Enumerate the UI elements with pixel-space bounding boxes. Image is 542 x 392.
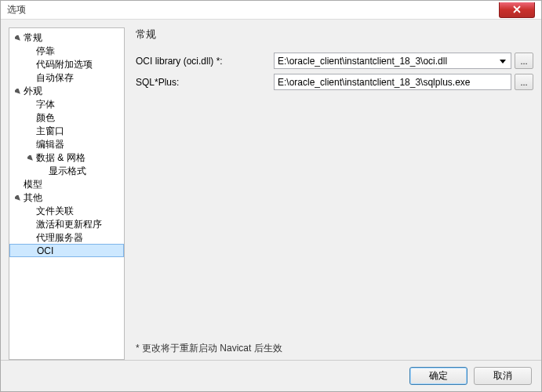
content-panel: 常规 OCI library (oci.dll) *: E:\oracle_cl… [133, 27, 533, 360]
form-row-sqlplus: SQL*Plus: E:\oracle_client\instantclient… [133, 74, 533, 90]
tree-item[interactable]: OCI [9, 244, 124, 257]
tree-item-label: 字体 [36, 98, 55, 111]
tree-item[interactable]: 代理服务器 [9, 231, 124, 245]
sqlplus-browse-button[interactable]: ... [515, 74, 533, 90]
tree-item[interactable]: 自动保存 [9, 71, 124, 85]
tree-item-label: 颜色 [36, 111, 55, 125]
tree-item-label: 代理服务器 [36, 231, 83, 245]
tree-item[interactable]: 显示格式 [9, 165, 124, 178]
tree-item-label: 激活和更新程序 [36, 218, 102, 231]
window-title: 选项 [7, 3, 26, 16]
tree-item-label: 显示格式 [49, 165, 86, 178]
form-row-oci-library: OCI library (oci.dll) *: E:\oracle_clien… [133, 53, 533, 69]
restart-note: * 更改将于重新启动 Navicat 后生效 [136, 342, 282, 355]
tree-item-label: 常规 [24, 31, 42, 45]
panel-title: 常规 [136, 27, 533, 42]
tree-item[interactable]: 其他 [9, 191, 124, 205]
titlebar: 选项 [1, 1, 541, 20]
oci-library-value: E:\oracle_client\instantclient_18_3\oci.… [278, 56, 498, 67]
tree-item[interactable]: 激活和更新程序 [9, 218, 124, 231]
tree-item-label: 其他 [24, 191, 42, 205]
dialog-footer: 确定 取消 [1, 360, 541, 391]
tree-item-label: 停靠 [36, 45, 55, 58]
close-button[interactable] [499, 2, 535, 18]
tree-item[interactable]: 代码附加选项 [9, 58, 124, 71]
tree-item[interactable]: 字体 [9, 98, 124, 111]
tree-item[interactable]: 数据 & 网格 [9, 151, 124, 165]
tree-item[interactable]: 主窗口 [9, 125, 124, 138]
ok-button[interactable]: 确定 [409, 367, 467, 385]
tree-item-label: 代码附加选项 [36, 58, 93, 71]
sqlplus-label: SQL*Plus: [133, 77, 274, 88]
category-tree[interactable]: 常规停靠代码附加选项自动保存外观字体颜色主窗口编辑器数据 & 网格显示格式模型其… [9, 27, 125, 360]
tree-item[interactable]: 模型 [9, 178, 124, 191]
tree-item[interactable]: 停靠 [9, 45, 124, 58]
tree-item-label: 编辑器 [36, 138, 64, 151]
tree-expand-icon[interactable] [14, 88, 22, 96]
tree-item-label: 模型 [24, 178, 42, 191]
sqlplus-value: E:\oracle_client\instantclient_18_3\sqlp… [278, 77, 507, 88]
cancel-button[interactable]: 取消 [474, 367, 532, 385]
tree-item-label: 外观 [24, 85, 42, 98]
tree-item-label: OCI [37, 245, 53, 256]
tree-expand-icon[interactable] [14, 194, 22, 202]
options-dialog: 选项 常规停靠代码附加选项自动保存外观字体颜色主窗口编辑器数据 & 网格显示格式… [0, 0, 542, 392]
oci-library-combo[interactable]: E:\oracle_client\instantclient_18_3\oci.… [274, 53, 511, 69]
tree-item-label: 主窗口 [36, 125, 64, 138]
oci-library-field: E:\oracle_client\instantclient_18_3\oci.… [274, 53, 533, 69]
tree-item-label: 数据 & 网格 [36, 151, 85, 165]
chevron-down-icon [498, 56, 507, 67]
dialog-body: 常规停靠代码附加选项自动保存外观字体颜色主窗口编辑器数据 & 网格显示格式模型其… [1, 20, 541, 360]
tree-item[interactable]: 文件关联 [9, 205, 124, 218]
sqlplus-input[interactable]: E:\oracle_client\instantclient_18_3\sqlp… [274, 74, 511, 90]
tree-item[interactable]: 外观 [9, 85, 124, 98]
oci-library-label: OCI library (oci.dll) *: [133, 56, 274, 67]
tree-item-label: 文件关联 [36, 205, 74, 218]
tree-expand-icon[interactable] [27, 154, 35, 162]
oci-library-browse-button[interactable]: ... [515, 53, 533, 69]
sqlplus-field: E:\oracle_client\instantclient_18_3\sqlp… [274, 74, 533, 90]
tree-item[interactable]: 常规 [9, 31, 124, 45]
tree-item[interactable]: 编辑器 [9, 138, 124, 151]
close-icon [512, 5, 522, 13]
tree-item-label: 自动保存 [36, 71, 74, 85]
tree-item[interactable]: 颜色 [9, 111, 124, 125]
tree-expand-icon[interactable] [14, 34, 22, 42]
